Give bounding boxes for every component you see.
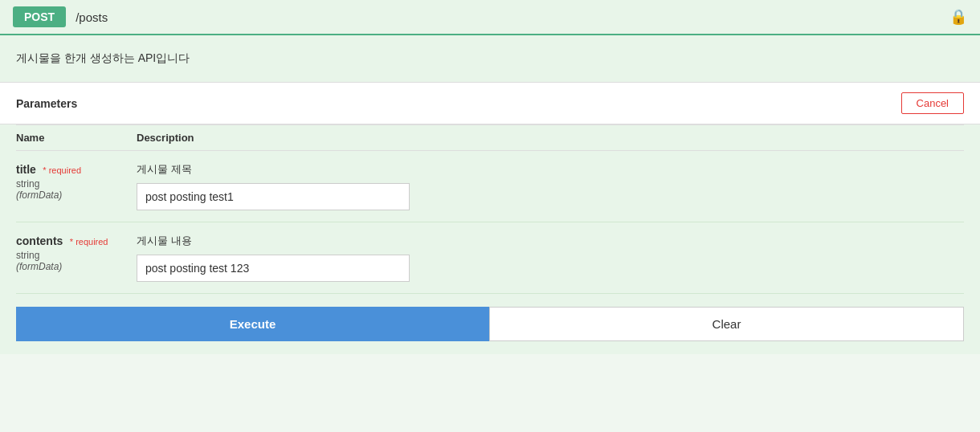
table-header: Name Description bbox=[16, 124, 964, 151]
param-desc-col-title: 게시물 제목 bbox=[137, 162, 964, 210]
title-input[interactable] bbox=[137, 183, 410, 210]
param-row-title: title * required string (formData) 게시물 제… bbox=[16, 151, 964, 222]
endpoint-text: /posts bbox=[76, 10, 108, 24]
clear-button[interactable]: Clear bbox=[489, 307, 964, 341]
footer-buttons: Execute Clear bbox=[16, 307, 964, 354]
parameters-title: Parameters bbox=[16, 97, 77, 110]
param-name-contents: contents bbox=[16, 234, 63, 247]
param-description-title: 게시물 제목 bbox=[137, 162, 964, 177]
param-type-contents: string bbox=[16, 250, 137, 261]
param-name-col-contents: contents * required string (formData) bbox=[16, 234, 137, 272]
param-type-title: string bbox=[16, 178, 137, 190]
parameters-section: Parameters Cancel bbox=[0, 82, 980, 124]
method-badge: POST bbox=[13, 6, 66, 27]
lock-icon: 🔒 bbox=[949, 8, 967, 26]
execute-button[interactable]: Execute bbox=[16, 307, 489, 341]
param-required-contents: * required bbox=[70, 237, 108, 247]
param-name-col-title: title * required string (formData) bbox=[16, 162, 137, 201]
contents-input[interactable] bbox=[137, 255, 410, 282]
param-name-title: title bbox=[16, 163, 36, 176]
parameters-header: Parameters Cancel bbox=[0, 83, 980, 124]
param-form-contents: (formData) bbox=[16, 261, 137, 272]
top-bar: POST /posts 🔒 bbox=[0, 0, 980, 35]
params-body: Name Description title * required string… bbox=[0, 124, 980, 354]
param-required-title: * required bbox=[43, 165, 81, 175]
col-name-header: Name bbox=[16, 132, 137, 144]
param-form-title: (formData) bbox=[16, 190, 137, 201]
param-description-contents: 게시물 내용 bbox=[137, 234, 964, 248]
param-desc-col-contents: 게시물 내용 bbox=[137, 234, 964, 282]
api-description: 게시물을 한개 생성하는 API입니다 bbox=[16, 51, 190, 64]
description-bar: 게시물을 한개 생성하는 API입니다 bbox=[0, 35, 980, 82]
col-desc-header: Description bbox=[137, 132, 964, 144]
cancel-button[interactable]: Cancel bbox=[901, 92, 964, 114]
param-row-contents: contents * required string (formData) 게시… bbox=[16, 222, 964, 294]
